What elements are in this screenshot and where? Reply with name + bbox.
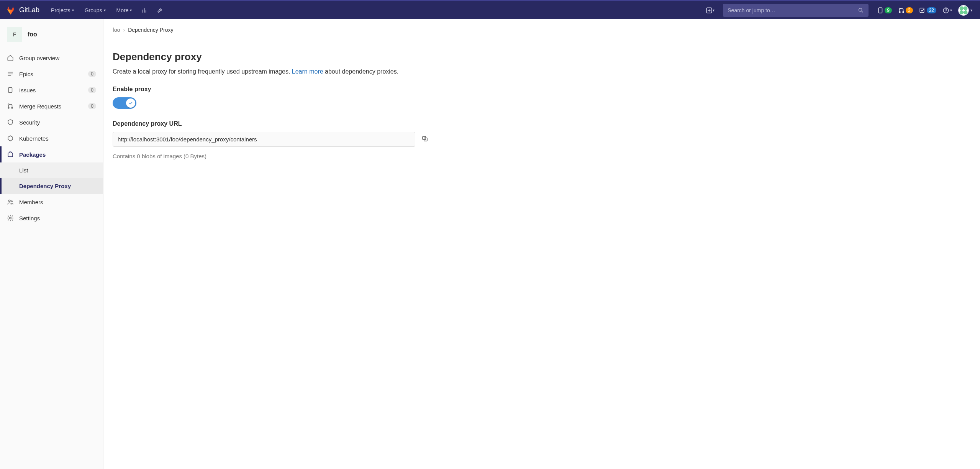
blob-info: Contains 0 blobs of images (0 Bytes) — [113, 153, 971, 159]
chart-icon — [142, 7, 148, 13]
breadcrumb-current: Dependency Proxy — [128, 27, 173, 33]
sidebar-item-issues[interactable]: Issues 0 — [0, 82, 103, 98]
sidebar-item-packages[interactable]: Packages — [0, 146, 103, 162]
nav-projects-label: Projects — [51, 7, 70, 13]
plus-square-icon — [706, 7, 713, 14]
global-search[interactable] — [723, 4, 869, 17]
sidebar-sub-dependency-proxy[interactable]: Dependency Proxy — [0, 178, 103, 194]
sidebar-item-count: 0 — [88, 87, 96, 93]
nav-analytics[interactable] — [139, 5, 151, 16]
sidebar-context[interactable]: F foo — [0, 23, 103, 50]
group-name: foo — [28, 31, 37, 38]
main-content: foo › Dependency Proxy Dependency proxy … — [103, 19, 980, 469]
mr-badge: 3 — [906, 7, 913, 13]
kubernetes-icon — [7, 135, 14, 142]
brand-text: GitLab — [19, 6, 39, 14]
shield-icon — [7, 119, 14, 126]
members-icon — [7, 198, 14, 205]
toggle-knob — [126, 98, 135, 108]
sidebar-item-security[interactable]: Security — [0, 114, 103, 130]
merge-request-icon — [7, 103, 14, 110]
chevron-down-icon: ▾ — [970, 8, 972, 12]
package-icon — [7, 151, 14, 158]
epic-icon — [7, 71, 14, 77]
check-icon — [128, 101, 133, 105]
sidebar-item-kubernetes[interactable]: Kubernetes — [0, 130, 103, 146]
issues-counter[interactable]: 9 — [875, 5, 893, 15]
sidebar-item-label: Kubernetes — [19, 135, 96, 142]
issues-icon — [877, 7, 884, 14]
svg-point-16 — [11, 201, 12, 202]
sidebar-item-merge-requests[interactable]: Merge Requests 0 — [0, 98, 103, 114]
svg-point-8 — [946, 12, 946, 12]
create-new-dropdown[interactable]: ▾ — [704, 5, 716, 16]
search-icon — [858, 7, 864, 13]
nav-more[interactable]: More▾ — [113, 5, 136, 16]
svg-rect-14 — [8, 153, 13, 157]
page-title: Dependency proxy — [113, 51, 971, 63]
page-layout: F foo Group overview Epics 0 Issues 0 Me… — [0, 19, 980, 469]
proxy-url-label: Dependency proxy URL — [113, 120, 971, 127]
sidebar-item-label: Security — [19, 119, 96, 126]
home-icon — [7, 54, 14, 61]
enable-proxy-label: Enable proxy — [113, 86, 971, 93]
sidebar-item-label: Group overview — [19, 55, 96, 61]
merge-requests-counter[interactable]: 3 — [896, 5, 914, 15]
chevron-down-icon: ▾ — [130, 8, 132, 12]
wrench-icon — [157, 7, 163, 13]
sidebar-item-count: 0 — [88, 103, 96, 109]
breadcrumb-separator: › — [123, 27, 125, 33]
sidebar-item-label: Settings — [19, 215, 96, 221]
chevron-down-icon: ▾ — [72, 8, 74, 12]
copy-icon — [421, 135, 428, 142]
sidebar-item-label: Issues — [19, 87, 83, 93]
breadcrumb-root[interactable]: foo — [113, 27, 120, 33]
merge-request-icon — [898, 7, 905, 14]
issues-badge: 9 — [885, 7, 892, 13]
nav-groups-label: Groups — [85, 7, 102, 13]
sidebar-sub-list[interactable]: List — [0, 162, 103, 178]
navbar-left: GitLab Projects▾ Groups▾ More▾ — [6, 5, 166, 16]
help-icon — [942, 7, 949, 14]
enable-proxy-toggle[interactable] — [113, 97, 136, 109]
sidebar-packages-submenu: List Dependency Proxy — [0, 162, 103, 194]
sidebar-item-epics[interactable]: Epics 0 — [0, 66, 103, 82]
svg-point-17 — [10, 217, 11, 219]
svg-point-15 — [9, 200, 11, 202]
breadcrumb: foo › Dependency Proxy — [113, 27, 971, 40]
user-menu[interactable]: ▾ — [957, 3, 974, 17]
sidebar-item-members[interactable]: Members — [0, 194, 103, 210]
copy-url-button[interactable] — [420, 134, 430, 145]
gear-icon — [7, 215, 14, 221]
lead-text-pre: Create a local proxy for storing frequen… — [113, 68, 292, 75]
sidebar-item-label: Merge Requests — [19, 103, 83, 110]
issue-icon — [7, 87, 14, 93]
todos-counter[interactable]: 22 — [918, 5, 938, 15]
learn-more-link[interactable]: Learn more — [292, 68, 323, 75]
search-input[interactable] — [728, 7, 858, 13]
sidebar-item-settings[interactable]: Settings — [0, 210, 103, 226]
sidebar-item-label: Members — [19, 199, 96, 205]
group-avatar: F — [7, 27, 22, 42]
lead-text-post: about dependency proxies. — [323, 68, 399, 75]
sidebar-item-overview[interactable]: Group overview — [0, 50, 103, 66]
sidebar: F foo Group overview Epics 0 Issues 0 Me… — [0, 19, 103, 469]
page-lead: Create a local proxy for storing frequen… — [113, 68, 971, 75]
nav-more-label: More — [116, 7, 129, 13]
chevron-down-icon: ▾ — [713, 8, 715, 12]
nav-projects[interactable]: Projects▾ — [47, 5, 78, 16]
help-dropdown[interactable]: ▾ — [941, 5, 954, 15]
sidebar-item-label: Epics — [19, 71, 83, 77]
sidebar-item-label: Packages — [19, 151, 96, 158]
proxy-url-input[interactable] — [113, 132, 415, 147]
avatar-image — [958, 5, 969, 16]
nav-admin[interactable] — [154, 5, 166, 16]
sidebar-item-count: 0 — [88, 71, 96, 77]
svg-rect-2 — [879, 8, 882, 13]
todo-icon — [919, 7, 926, 14]
chevron-down-icon: ▾ — [104, 8, 106, 12]
brand[interactable]: GitLab — [6, 6, 44, 15]
nav-groups[interactable]: Groups▾ — [81, 5, 110, 16]
svg-rect-6 — [920, 8, 924, 13]
todos-badge: 22 — [927, 7, 936, 13]
